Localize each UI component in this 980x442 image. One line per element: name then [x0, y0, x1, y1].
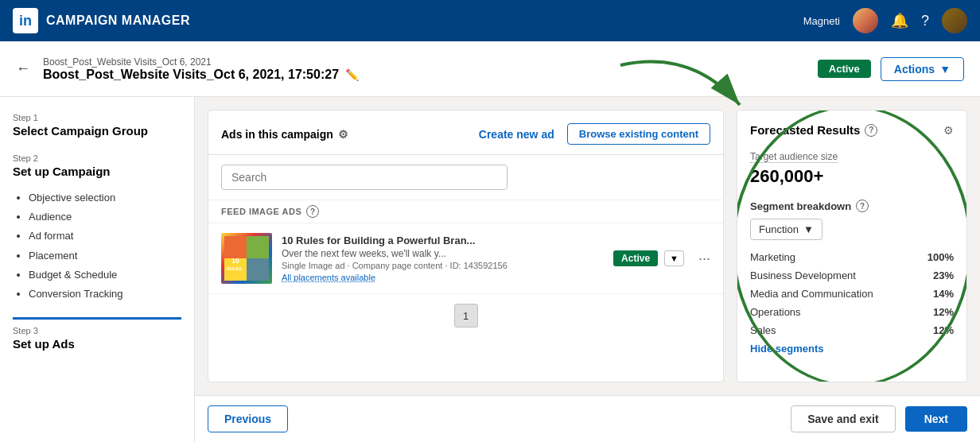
- feed-section-label: FEED IMAGE ADS ?: [208, 200, 723, 223]
- hide-segments-link[interactable]: Hide segments: [750, 343, 954, 355]
- create-new-ad-link[interactable]: Create new ad: [479, 128, 554, 141]
- nav-brand: CAMPAIGN MANAGER: [46, 14, 190, 28]
- sub-header: ← Boost_Post_Website Visits_Oct 6, 2021 …: [0, 41, 980, 97]
- segment-pct: 12%: [933, 306, 954, 318]
- ad-status-badge: Active: [613, 250, 658, 266]
- svg-rect-3: [247, 236, 269, 258]
- ad-more-options-icon[interactable]: ···: [698, 250, 710, 267]
- step3-title[interactable]: Set up Ads: [13, 337, 181, 351]
- sidebar-step-3: Step 3 Set up Ads: [13, 326, 181, 351]
- ad-meta: Single Image ad · Company page content ·…: [282, 261, 604, 270]
- segment-row-3: Media and Communication 14%: [750, 288, 954, 300]
- company-avatar[interactable]: [853, 8, 878, 33]
- page-1-button[interactable]: 1: [454, 304, 478, 328]
- segment-name: Operations: [750, 306, 801, 318]
- sub-header-right: Active Actions ▼: [818, 57, 964, 81]
- help-icon[interactable]: ?: [921, 13, 929, 29]
- sub-header-left: ← Boost_Post_Website Visits_Oct 6, 2021 …: [16, 56, 359, 82]
- back-button[interactable]: ←: [16, 60, 30, 77]
- segment-breakdown-label: Segment breakdown ?: [750, 200, 954, 212]
- save-and-exit-button[interactable]: Save and exit: [791, 405, 896, 432]
- step2-label: Step 2: [13, 153, 181, 163]
- segment-name: Media and Communication: [750, 288, 873, 300]
- search-input[interactable]: [221, 165, 508, 190]
- sidebar-step-2: Step 2 Set up Campaign Objective selecti…: [13, 153, 181, 301]
- content-footer: Previous Save and exit Next: [195, 395, 980, 442]
- step3-label: Step 3: [13, 326, 181, 335]
- ad-subtitle: Over the next few weeks, we'll walk y...: [282, 248, 604, 259]
- step2-title[interactable]: Set up Campaign: [13, 165, 181, 178]
- content-area: Ads in this campaign ⚙ Create new ad Bro…: [195, 97, 980, 442]
- svg-text:RULES: RULES: [227, 266, 242, 271]
- chevron-down-icon: ▼: [803, 223, 814, 235]
- ads-panel-title: Ads in this campaign ⚙: [221, 128, 348, 141]
- campaign-info: Boost_Post_Website Visits_Oct 6, 2021 Bo…: [43, 56, 359, 82]
- pagination-row: 1: [208, 293, 723, 337]
- step1-title[interactable]: Select Campaign Group: [13, 124, 181, 138]
- step1-label: Step 1: [13, 113, 181, 122]
- ads-panel-header: Ads in this campaign ⚙ Create new ad Bro…: [208, 111, 723, 155]
- feed-info-icon[interactable]: ?: [306, 205, 319, 218]
- nav-left: in CAMPAIGN MANAGER: [13, 8, 190, 33]
- list-item[interactable]: Objective selection: [29, 191, 181, 205]
- ad-info: 10 Rules for Building a Powerful Bran...…: [282, 235, 604, 283]
- target-audience-label[interactable]: Target audience size: [750, 151, 838, 163]
- segments-list: Marketing 100% Business Development 23% …: [750, 251, 954, 336]
- segment-dropdown[interactable]: Function ▼: [750, 219, 822, 240]
- edit-icon[interactable]: ✏️: [345, 68, 359, 81]
- forecast-info-icon[interactable]: ?: [865, 124, 877, 137]
- segment-pct: 23%: [933, 269, 954, 281]
- segment-pct: 12%: [933, 324, 954, 336]
- actions-button[interactable]: Actions ▼: [881, 57, 964, 81]
- segment-row-1: Marketing 100%: [750, 251, 954, 263]
- segment-name: Business Development: [750, 269, 856, 281]
- ad-thumbnail: 10 RULES: [221, 233, 272, 284]
- list-item[interactable]: Placement: [29, 249, 181, 263]
- sidebar: Step 1 Select Campaign Group Step 2 Set …: [0, 97, 195, 442]
- svg-text:10: 10: [231, 257, 239, 265]
- sidebar-step-1: Step 1 Select Campaign Group: [13, 113, 181, 138]
- campaign-name-short: Boost_Post_Website Visits_Oct 6, 2021: [43, 56, 359, 68]
- ad-status-wrap: Active ▼: [613, 250, 684, 266]
- forecast-settings-icon[interactable]: ⚙: [943, 124, 954, 137]
- list-item[interactable]: Ad format: [29, 229, 181, 243]
- next-button[interactable]: Next: [905, 406, 967, 432]
- segment-row-5: Sales 12%: [750, 324, 954, 336]
- table-row: 10 RULES 10 Rules for Building a Powerfu…: [208, 223, 723, 293]
- settings-icon[interactable]: ⚙: [338, 128, 348, 141]
- svg-rect-2: [247, 258, 269, 281]
- ad-title: 10 Rules for Building a Powerful Bran...: [282, 235, 604, 246]
- status-badge: Active: [818, 60, 871, 78]
- previous-button[interactable]: Previous: [208, 405, 288, 432]
- target-audience-value: 260,000+: [750, 166, 954, 187]
- user-avatar[interactable]: [942, 8, 967, 33]
- segment-name: Sales: [750, 324, 776, 336]
- chevron-down-icon: ▼: [939, 63, 951, 76]
- ads-panel: Ads in this campaign ⚙ Create new ad Bro…: [208, 110, 724, 382]
- segment-row-4: Operations 12%: [750, 306, 954, 318]
- nav-right: Magneti 🔔 ?: [803, 8, 967, 33]
- browse-existing-content-button[interactable]: Browse existing content: [567, 123, 710, 145]
- list-item[interactable]: Budget & Schedule: [29, 268, 181, 282]
- list-item[interactable]: Audience: [29, 210, 181, 224]
- top-navigation: in CAMPAIGN MANAGER Magneti 🔔 ?: [0, 0, 980, 41]
- target-audience-section: Target audience size 260,000+: [750, 149, 954, 187]
- campaign-name-full: Boost_Post_Website Visits_Oct 6, 2021, 1…: [43, 68, 359, 82]
- content-scroll: Ads in this campaign ⚙ Create new ad Bro…: [195, 97, 980, 395]
- linkedin-logo: in: [13, 8, 38, 33]
- segment-info-icon[interactable]: ?: [856, 200, 869, 212]
- segment-name: Marketing: [750, 251, 795, 263]
- list-item[interactable]: Conversion Tracking: [29, 287, 181, 301]
- forecast-panel: Forecasted Results ? ⚙ Target audience s…: [737, 110, 967, 382]
- segment-pct: 14%: [933, 288, 954, 300]
- placements-link[interactable]: All placements available: [282, 273, 375, 282]
- search-bar-wrap: [208, 155, 723, 200]
- step2-items-list: Objective selection Audience Ad format P…: [13, 191, 181, 301]
- company-name: Magneti: [803, 15, 840, 27]
- segment-row-2: Business Development 23%: [750, 269, 954, 281]
- svg-rect-1: [224, 236, 247, 258]
- main-layout: Step 1 Select Campaign Group Step 2 Set …: [0, 97, 980, 442]
- ad-status-dropdown[interactable]: ▼: [664, 250, 684, 266]
- notifications-icon[interactable]: 🔔: [891, 12, 908, 29]
- segment-pct: 100%: [928, 251, 954, 263]
